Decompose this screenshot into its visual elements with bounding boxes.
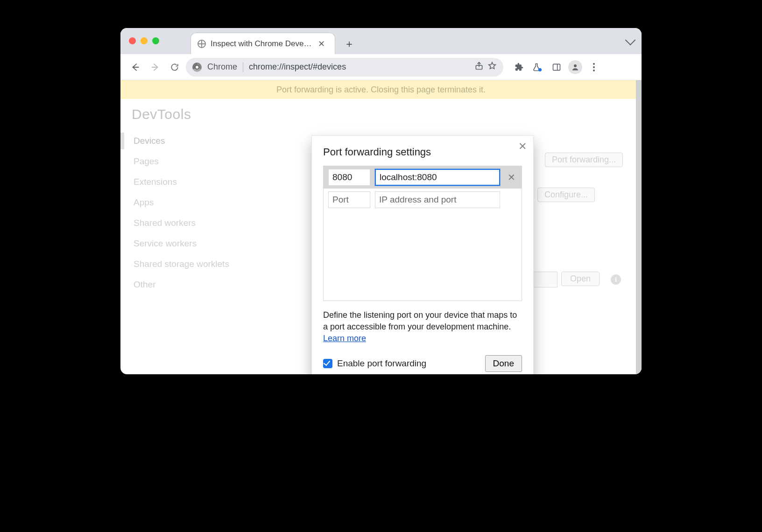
sidebar-item-label: Shared workers [134,218,196,228]
done-button[interactable]: Done [485,355,522,372]
sidebar-title: DevTools [132,106,261,122]
dialog-close-button[interactable]: ✕ [518,140,527,153]
sidebar-item-other[interactable]: Other [132,274,261,295]
app-menu-button[interactable] [586,59,602,76]
window-close-button[interactable] [129,37,136,44]
window-minimize-button[interactable] [141,37,148,44]
port-rules-table: ✕ ✕ [323,166,522,301]
extensions-button[interactable] [511,59,528,76]
toolbar: Chrome chrome://inspect/#devices [120,54,642,80]
sidebar-item-apps[interactable]: Apps [132,192,261,213]
address-url: chrome://inspect/#devices [249,62,469,72]
checkbox-label: Enable port forwarding [337,358,426,369]
profile-button[interactable] [567,59,584,76]
learn-more-link[interactable]: Learn more [323,334,366,343]
browser-window: Inspect with Chrome Develope ✕ ＋ [120,28,642,374]
globe-icon [198,40,206,48]
tab-overflow-button[interactable] [627,36,634,46]
share-icon[interactable] [474,61,484,73]
configure-button[interactable]: Configure... [537,188,595,202]
sidebar-item-label: Shared storage worklets [134,259,229,269]
svg-rect-1 [553,64,560,70]
checkbox-icon [323,359,332,368]
sidebar-item-label: Apps [134,197,154,207]
labs-badge-dot [538,68,542,71]
port-input[interactable] [328,169,370,186]
sidebar-item-devices[interactable]: Devices [132,131,261,151]
tab-title: Inspect with Chrome Develope [211,39,313,49]
address-bar[interactable]: Chrome chrome://inspect/#devices [186,58,503,77]
tab-strip: Inspect with Chrome Develope ✕ ＋ [120,28,642,54]
sidebar-item-label: Other [134,280,156,289]
tab-close-button[interactable]: ✕ [318,39,325,49]
forward-button[interactable] [147,59,163,76]
port-forwarding-settings-dialog: ✕ Port forwarding settings ✕ ✕ Define th… [311,135,534,374]
banner-text: Port forwarding is active. Closing this … [276,85,486,95]
dialog-description-text: Define the listening port on your device… [323,310,517,331]
active-tab[interactable]: Inspect with Chrome Develope ✕ [190,33,335,54]
window-controls [129,37,159,44]
reload-button[interactable] [166,59,183,76]
bookmark-star-icon[interactable] [487,61,497,73]
port-rule-row-empty: ✕ [324,189,522,211]
kebab-icon [589,63,599,72]
sidebar-item-extensions[interactable]: Extensions [132,172,261,192]
dialog-title: Port forwarding settings [323,146,522,158]
labs-button[interactable] [529,59,546,76]
port-forwarding-button[interactable]: Port forwarding... [545,153,623,167]
window-zoom-button[interactable] [152,37,159,44]
chrome-icon [192,63,202,72]
sidebar-item-label: Service workers [134,238,197,248]
address-context: Chrome [207,62,237,72]
sidebar-item-label: Extensions [134,177,177,187]
new-tab-button[interactable]: ＋ [342,36,357,51]
chevron-down-icon [625,35,636,46]
address-input[interactable] [375,191,500,208]
sidebar-item-service-workers[interactable]: Service workers [132,233,261,254]
sidebar-item-shared-storage-worklets[interactable]: Shared storage worklets [132,254,261,274]
back-button[interactable] [127,59,144,76]
avatar-icon [568,60,582,74]
scrollbar-track[interactable] [636,80,642,374]
sidebar-item-pages[interactable]: Pages [132,151,261,172]
remove-row-button[interactable]: ✕ [505,172,518,183]
sidebar-item-label: Pages [134,156,159,166]
open-button[interactable]: Open [561,272,600,286]
separator [243,62,243,72]
dialog-description: Define the listening port on your device… [323,309,522,345]
side-panel-button[interactable] [548,59,565,76]
info-icon[interactable]: i [611,274,621,285]
port-input[interactable] [328,191,370,208]
port-forwarding-active-banner: Port forwarding is active. Closing this … [120,80,642,99]
sidebar-item-label: Devices [134,136,165,146]
svg-point-2 [574,64,577,67]
port-rule-row: ✕ [324,166,522,189]
devtools-sidebar: DevTools Devices Pages Extensions Apps S… [120,99,261,374]
enable-port-forwarding-checkbox[interactable]: Enable port forwarding [323,358,426,369]
address-input[interactable] [375,169,500,186]
sidebar-item-shared-workers[interactable]: Shared workers [132,213,261,233]
